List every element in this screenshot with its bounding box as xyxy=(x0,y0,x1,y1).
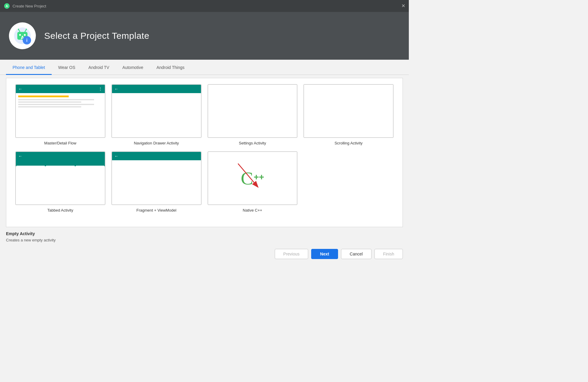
tab-android-things[interactable]: Android Things xyxy=(150,60,191,75)
card-label-master-detail: Master/Detail Flow xyxy=(44,141,76,145)
template-card-navigation-drawer[interactable]: ← Navigation Drawer Activity xyxy=(111,84,202,145)
card-label-tabbed: Tabbed Activity xyxy=(47,208,73,212)
tab-android-tv[interactable]: Android TV xyxy=(82,60,116,75)
tab-phone-tablet[interactable]: Phone and Tablet xyxy=(6,60,52,75)
description-area: Empty Activity Creates a new empty activ… xyxy=(0,227,409,245)
tab-wear-os[interactable]: Wear OS xyxy=(52,60,82,75)
template-grid: ← ⋮ Master/Detail Flow xyxy=(12,78,397,218)
description-title: Empty Activity xyxy=(6,231,403,236)
tab-automotive[interactable]: Automotive xyxy=(116,60,150,75)
svg-text:A: A xyxy=(6,4,8,8)
android-icon: A xyxy=(4,3,10,9)
close-button[interactable]: ✕ xyxy=(401,4,405,8)
card-preview-settings xyxy=(208,84,298,138)
cancel-button[interactable]: Cancel xyxy=(341,249,371,259)
card-preview-master-detail: ← ⋮ xyxy=(15,84,105,138)
card-preview-tabbed: ← xyxy=(15,151,105,205)
header-logo: A i xyxy=(9,22,36,49)
svg-text:i: i xyxy=(26,38,27,43)
card-preview-native-cpp: C ++ xyxy=(208,151,298,205)
bottom-bar: Previous Next Cancel Finish xyxy=(0,245,409,263)
android-studio-logo: A i xyxy=(12,25,33,46)
previous-button[interactable]: Previous xyxy=(275,249,308,259)
main-content: Phone and Tablet Wear OS Android TV Auto… xyxy=(0,60,409,263)
card-preview-scrolling xyxy=(303,84,394,138)
card-label-fragment-viewmodel: Fragment + ViewModel xyxy=(136,208,176,212)
card-preview-fragment-viewmodel: ← xyxy=(111,151,202,205)
page-title: Select a Project Template xyxy=(44,31,149,41)
card-label-settings: Settings Activity xyxy=(239,141,266,145)
title-bar-left: A Create New Project xyxy=(4,3,46,9)
next-button[interactable]: Next xyxy=(311,249,338,259)
svg-point-8 xyxy=(18,29,19,30)
card-label-native-cpp: Native C++ xyxy=(243,208,262,212)
template-card-settings[interactable]: Settings Activity xyxy=(208,84,298,145)
finish-button[interactable]: Finish xyxy=(374,249,403,259)
template-card-native-cpp[interactable]: C ++ Native C++ xyxy=(208,151,298,212)
card-preview-navigation-drawer: ← xyxy=(111,84,202,138)
svg-point-10 xyxy=(26,29,27,30)
card-label-navigation-drawer: Navigation Drawer Activity xyxy=(134,141,179,145)
svg-point-6 xyxy=(24,34,26,36)
template-card-fragment-viewmodel[interactable]: ← Fragment + ViewModel xyxy=(111,151,202,212)
template-card-tabbed[interactable]: ← Tabbed Activity xyxy=(15,151,105,212)
template-area[interactable]: ← ⋮ Master/Detail Flow xyxy=(6,78,403,227)
tabs-bar: Phone and Tablet Wear OS Android TV Auto… xyxy=(0,60,409,75)
card-label-scrolling: Scrolling Activity xyxy=(334,141,363,145)
header: A i Select a Project Template xyxy=(0,12,409,60)
template-card-master-detail[interactable]: ← ⋮ Master/Detail Flow xyxy=(15,84,105,145)
title-bar: A Create New Project ✕ xyxy=(0,0,409,12)
window-title: Create New Project xyxy=(13,4,46,8)
description-text: Creates a new empty activity xyxy=(6,238,403,242)
cpp-logo: C ++ xyxy=(241,169,264,187)
template-card-scrolling[interactable]: Scrolling Activity xyxy=(303,84,394,145)
